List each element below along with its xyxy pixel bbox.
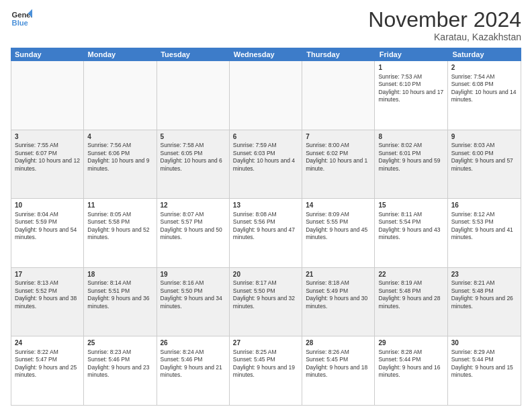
day-info-line: Daylight: 10 hours and 14 minutes. (451, 89, 517, 104)
day-header-thursday: Thursday (302, 48, 375, 61)
day-info-line: Sunrise: 8:14 AM (87, 279, 152, 287)
day-info-line: Sunrise: 8:16 AM (161, 279, 226, 287)
day-info-line: Sunset: 5:44 PM (378, 356, 443, 363)
day-cell-11: 11Sunrise: 8:05 AMSunset: 5:58 PMDayligh… (84, 199, 157, 267)
day-cell-28: 28Sunrise: 8:26 AMSunset: 5:45 PMDayligh… (302, 336, 375, 405)
day-number: 27 (233, 338, 298, 348)
empty-cell (157, 61, 230, 130)
day-info-line: Sunrise: 8:02 AM (378, 142, 443, 149)
day-info-line: Daylight: 10 hours and 1 minute. (306, 157, 371, 173)
day-info-line: Sunset: 6:06 PM (87, 150, 152, 157)
day-cell-14: 14Sunrise: 8:09 AMSunset: 5:55 PMDayligh… (302, 199, 375, 267)
page: General Blue November 2024 Karatau, Kaza… (0, 0, 532, 411)
day-info-line: Sunset: 5:46 PM (161, 356, 226, 363)
day-info-line: Daylight: 9 hours and 36 minutes. (87, 295, 152, 310)
day-number: 8 (378, 132, 443, 142)
day-info-line: Sunset: 6:10 PM (378, 81, 443, 88)
logo-icon: General Blue (11, 8, 32, 30)
day-number: 20 (233, 270, 298, 279)
day-number: 13 (233, 201, 298, 210)
day-info-line: Sunset: 5:48 PM (451, 287, 517, 295)
day-number: 15 (378, 201, 443, 210)
calendar-week-1: 1Sunrise: 7:53 AMSunset: 6:10 PMDaylight… (11, 61, 521, 130)
day-info-line: Sunset: 5:53 PM (451, 218, 517, 226)
day-number: 9 (451, 132, 517, 142)
day-header-wednesday: Wednesday (230, 48, 303, 61)
day-cell-12: 12Sunrise: 8:07 AMSunset: 5:57 PMDayligh… (157, 199, 230, 267)
day-info-line: Sunrise: 7:54 AM (451, 73, 517, 81)
day-info-line: Sunset: 6:00 PM (451, 150, 517, 157)
day-number: 28 (306, 338, 371, 348)
day-info-line: Sunrise: 8:00 AM (306, 142, 371, 149)
day-cell-15: 15Sunrise: 8:11 AMSunset: 5:54 PMDayligh… (375, 199, 447, 267)
day-info-line: Sunrise: 8:28 AM (378, 349, 443, 356)
empty-cell (84, 61, 157, 130)
day-cell-6: 6Sunrise: 7:59 AMSunset: 6:03 PMDaylight… (230, 130, 302, 199)
day-number: 29 (378, 338, 443, 348)
day-info-line: Daylight: 9 hours and 16 minutes. (378, 364, 443, 379)
day-info-line: Sunset: 5:45 PM (306, 356, 371, 363)
day-cell-18: 18Sunrise: 8:14 AMSunset: 5:51 PMDayligh… (84, 268, 157, 336)
calendar-week-4: 17Sunrise: 8:13 AMSunset: 5:52 PMDayligh… (11, 268, 521, 337)
day-info-line: Sunset: 5:54 PM (378, 218, 443, 226)
day-cell-13: 13Sunrise: 8:08 AMSunset: 5:56 PMDayligh… (230, 199, 302, 267)
day-info-line: Sunrise: 7:59 AM (233, 142, 298, 149)
logo: General Blue (11, 8, 32, 30)
day-info-line: Daylight: 10 hours and 9 minutes. (87, 157, 152, 173)
empty-cell (230, 61, 302, 130)
day-number: 5 (161, 132, 226, 142)
day-number: 12 (161, 201, 226, 210)
day-number: 4 (87, 132, 152, 142)
day-info-line: Sunrise: 8:07 AM (161, 211, 226, 218)
day-info-line: Sunset: 5:51 PM (87, 287, 152, 295)
day-info-line: Sunrise: 8:08 AM (233, 211, 298, 218)
day-number: 26 (161, 338, 226, 348)
day-info-line: Sunrise: 8:19 AM (378, 279, 443, 287)
day-cell-8: 8Sunrise: 8:02 AMSunset: 6:01 PMDaylight… (375, 130, 447, 199)
day-cell-21: 21Sunrise: 8:18 AMSunset: 5:49 PMDayligh… (302, 268, 375, 336)
day-info-line: Daylight: 9 hours and 32 minutes. (233, 295, 298, 310)
day-number: 1 (378, 63, 443, 73)
day-info-line: Daylight: 9 hours and 18 minutes. (306, 364, 371, 379)
day-cell-19: 19Sunrise: 8:16 AMSunset: 5:50 PMDayligh… (157, 268, 230, 336)
day-info-line: Daylight: 10 hours and 12 minutes. (15, 157, 80, 173)
day-info-line: Daylight: 9 hours and 45 minutes. (306, 226, 371, 242)
day-number: 10 (15, 201, 80, 210)
day-info-line: Sunrise: 8:05 AM (87, 211, 152, 218)
day-cell-22: 22Sunrise: 8:19 AMSunset: 5:48 PMDayligh… (375, 268, 447, 336)
day-number: 25 (87, 338, 152, 348)
day-info-line: Sunrise: 7:55 AM (15, 142, 80, 149)
day-info-line: Daylight: 9 hours and 21 minutes. (161, 364, 226, 379)
day-cell-9: 9Sunrise: 8:03 AMSunset: 6:00 PMDaylight… (448, 130, 521, 199)
day-number: 6 (233, 132, 298, 142)
day-number: 17 (15, 270, 80, 279)
day-header-sunday: Sunday (11, 48, 84, 61)
day-info-line: Sunset: 6:01 PM (378, 150, 443, 157)
day-info-line: Sunrise: 8:09 AM (306, 211, 371, 218)
day-info-line: Daylight: 9 hours and 15 minutes. (451, 364, 517, 379)
day-info-line: Sunset: 6:02 PM (306, 150, 371, 157)
day-cell-26: 26Sunrise: 8:24 AMSunset: 5:46 PMDayligh… (157, 336, 230, 405)
day-number: 22 (378, 270, 443, 279)
day-cell-3: 3Sunrise: 7:55 AMSunset: 6:07 PMDaylight… (11, 130, 84, 199)
day-info-line: Sunrise: 8:23 AM (87, 349, 152, 356)
day-info-line: Sunset: 6:03 PM (233, 150, 298, 157)
day-number: 21 (306, 270, 371, 279)
day-info-line: Sunset: 5:58 PM (87, 218, 152, 226)
day-info-line: Daylight: 10 hours and 4 minutes. (233, 157, 298, 173)
day-info-line: Sunrise: 8:04 AM (15, 211, 80, 218)
day-number: 3 (15, 132, 80, 142)
calendar: SundayMondayTuesdayWednesdayThursdayFrid… (11, 48, 521, 406)
day-info-line: Daylight: 9 hours and 26 minutes. (451, 295, 517, 310)
month-title: November 2024 (368, 8, 521, 32)
day-info-line: Sunrise: 8:03 AM (451, 142, 517, 149)
calendar-week-2: 3Sunrise: 7:55 AMSunset: 6:07 PMDaylight… (11, 130, 521, 199)
day-cell-20: 20Sunrise: 8:17 AMSunset: 5:50 PMDayligh… (230, 268, 302, 336)
day-header-tuesday: Tuesday (157, 48, 230, 61)
day-number: 14 (306, 201, 371, 210)
day-info-line: Sunrise: 7:53 AM (378, 73, 443, 81)
day-info-line: Sunset: 6:05 PM (161, 150, 226, 157)
day-cell-10: 10Sunrise: 8:04 AMSunset: 5:59 PMDayligh… (11, 199, 84, 267)
day-cell-30: 30Sunrise: 8:29 AMSunset: 5:44 PMDayligh… (448, 336, 521, 405)
day-info-line: Sunrise: 8:21 AM (451, 279, 517, 287)
